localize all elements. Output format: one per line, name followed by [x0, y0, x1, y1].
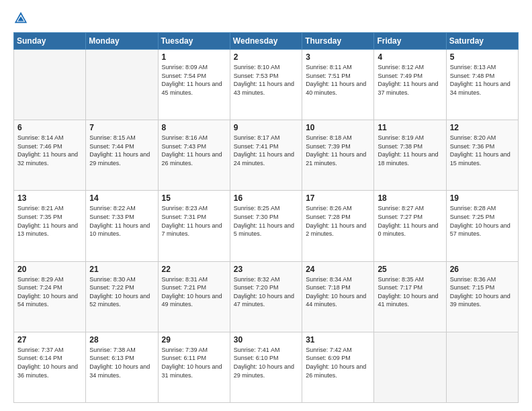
calendar-cell-21: 21Sunrise: 8:30 AMSunset: 7:22 PMDayligh…: [86, 261, 158, 332]
day-number: 20: [17, 265, 82, 274]
calendar-cell-empty: [86, 50, 158, 120]
calendar-header-thursday: Thursday: [302, 33, 374, 50]
calendar-cell-7: 7Sunrise: 8:15 AMSunset: 7:44 PMDaylight…: [86, 120, 158, 191]
calendar-cell-10: 10Sunrise: 8:18 AMSunset: 7:39 PMDayligh…: [302, 120, 374, 191]
day-number: 19: [450, 193, 515, 203]
calendar-cell-28: 28Sunrise: 7:38 AMSunset: 6:13 PMDayligh…: [86, 332, 158, 402]
calendar-cell-13: 13Sunrise: 8:21 AMSunset: 7:35 PMDayligh…: [14, 191, 86, 261]
calendar-cell-8: 8Sunrise: 8:16 AMSunset: 7:43 PMDaylight…: [158, 120, 230, 191]
calendar-cell-empty: [14, 50, 86, 120]
day-number: 11: [378, 123, 442, 132]
day-info: Sunrise: 8:09 AMSunset: 7:54 PMDaylight:…: [162, 63, 226, 97]
day-number: 31: [306, 335, 370, 345]
day-info: Sunrise: 8:29 AMSunset: 7:24 PMDaylight:…: [17, 275, 82, 309]
day-number: 22: [162, 265, 226, 274]
calendar-week-4: 20Sunrise: 8:29 AMSunset: 7:24 PMDayligh…: [14, 261, 519, 332]
calendar-header-friday: Friday: [374, 33, 446, 50]
calendar-cell-27: 27Sunrise: 7:37 AMSunset: 6:14 PMDayligh…: [14, 332, 86, 402]
day-info: Sunrise: 8:22 AMSunset: 7:33 PMDaylight:…: [89, 204, 154, 238]
day-number: 12: [450, 123, 515, 132]
calendar-cell-31: 31Sunrise: 7:42 AMSunset: 6:09 PMDayligh…: [302, 332, 374, 402]
day-info: Sunrise: 8:19 AMSunset: 7:38 PMDaylight:…: [378, 134, 442, 167]
day-number: 6: [17, 123, 82, 132]
calendar-cell-15: 15Sunrise: 8:23 AMSunset: 7:31 PMDayligh…: [158, 191, 230, 261]
day-number: 21: [89, 265, 154, 274]
day-info: Sunrise: 8:11 AMSunset: 7:51 PMDaylight:…: [306, 63, 370, 97]
day-info: Sunrise: 8:25 AMSunset: 7:30 PMDaylight:…: [234, 204, 298, 238]
day-number: 23: [234, 265, 298, 274]
calendar-cell-23: 23Sunrise: 8:32 AMSunset: 7:20 PMDayligh…: [230, 261, 302, 332]
calendar-cell-14: 14Sunrise: 8:22 AMSunset: 7:33 PMDayligh…: [86, 191, 158, 261]
day-info: Sunrise: 8:16 AMSunset: 7:43 PMDaylight:…: [162, 134, 226, 167]
day-number: 28: [89, 335, 154, 345]
day-info: Sunrise: 7:37 AMSunset: 6:14 PMDaylight:…: [17, 346, 82, 379]
calendar-cell-4: 4Sunrise: 8:12 AMSunset: 7:49 PMDaylight…: [374, 50, 446, 120]
day-info: Sunrise: 8:36 AMSunset: 7:15 PMDaylight:…: [450, 275, 515, 309]
day-info: Sunrise: 8:30 AMSunset: 7:22 PMDaylight:…: [89, 275, 154, 309]
day-info: Sunrise: 8:12 AMSunset: 7:49 PMDaylight:…: [378, 63, 442, 97]
calendar-header-monday: Monday: [86, 33, 158, 50]
day-number: 15: [162, 193, 226, 203]
day-info: Sunrise: 8:23 AMSunset: 7:31 PMDaylight:…: [162, 204, 226, 238]
day-info: Sunrise: 8:34 AMSunset: 7:18 PMDaylight:…: [306, 275, 370, 309]
day-info: Sunrise: 8:15 AMSunset: 7:44 PMDaylight:…: [89, 134, 154, 167]
day-number: 10: [306, 123, 370, 132]
calendar-table: SundayMondayTuesdayWednesdayThursdayFrid…: [13, 32, 519, 403]
day-number: 3: [306, 52, 370, 62]
logo-icon: [13, 11, 28, 26]
day-info: Sunrise: 8:28 AMSunset: 7:25 PMDaylight:…: [450, 204, 515, 238]
calendar-cell-20: 20Sunrise: 8:29 AMSunset: 7:24 PMDayligh…: [14, 261, 86, 332]
calendar-cell-30: 30Sunrise: 7:41 AMSunset: 6:10 PMDayligh…: [230, 332, 302, 402]
calendar-week-3: 13Sunrise: 8:21 AMSunset: 7:35 PMDayligh…: [14, 191, 519, 261]
calendar-cell-11: 11Sunrise: 8:19 AMSunset: 7:38 PMDayligh…: [374, 120, 446, 191]
calendar-cell-24: 24Sunrise: 8:34 AMSunset: 7:18 PMDayligh…: [302, 261, 374, 332]
day-info: Sunrise: 8:26 AMSunset: 7:28 PMDaylight:…: [306, 204, 370, 238]
day-number: 14: [89, 193, 154, 203]
calendar-cell-22: 22Sunrise: 8:31 AMSunset: 7:21 PMDayligh…: [158, 261, 230, 332]
logo: [13, 11, 31, 26]
page: SundayMondayTuesdayWednesdayThursdayFrid…: [0, 0, 532, 411]
day-number: 9: [234, 123, 298, 132]
day-number: 5: [450, 52, 515, 62]
day-number: 26: [450, 265, 515, 274]
calendar-cell-12: 12Sunrise: 8:20 AMSunset: 7:36 PMDayligh…: [446, 120, 518, 191]
calendar-header-tuesday: Tuesday: [158, 33, 230, 50]
calendar-cell-17: 17Sunrise: 8:26 AMSunset: 7:28 PMDayligh…: [302, 191, 374, 261]
calendar-cell-empty: [374, 332, 446, 402]
calendar-cell-2: 2Sunrise: 8:10 AMSunset: 7:53 PMDaylight…: [230, 50, 302, 120]
day-number: 17: [306, 193, 370, 203]
calendar-cell-6: 6Sunrise: 8:14 AMSunset: 7:46 PMDaylight…: [14, 120, 86, 191]
day-info: Sunrise: 7:42 AMSunset: 6:09 PMDaylight:…: [306, 346, 370, 379]
calendar-cell-16: 16Sunrise: 8:25 AMSunset: 7:30 PMDayligh…: [230, 191, 302, 261]
day-info: Sunrise: 7:39 AMSunset: 6:11 PMDaylight:…: [162, 346, 226, 379]
header: [13, 11, 519, 26]
calendar-cell-9: 9Sunrise: 8:17 AMSunset: 7:41 PMDaylight…: [230, 120, 302, 191]
calendar-cell-26: 26Sunrise: 8:36 AMSunset: 7:15 PMDayligh…: [446, 261, 518, 332]
day-number: 29: [162, 335, 226, 345]
day-info: Sunrise: 8:17 AMSunset: 7:41 PMDaylight:…: [234, 134, 298, 167]
calendar-cell-empty: [446, 332, 518, 402]
day-number: 24: [306, 265, 370, 274]
calendar-header-sunday: Sunday: [14, 33, 86, 50]
day-number: 4: [378, 52, 442, 62]
calendar-week-5: 27Sunrise: 7:37 AMSunset: 6:14 PMDayligh…: [14, 332, 519, 402]
day-info: Sunrise: 8:31 AMSunset: 7:21 PMDaylight:…: [162, 275, 226, 309]
day-number: 27: [17, 335, 82, 345]
calendar-header-row: SundayMondayTuesdayWednesdayThursdayFrid…: [14, 33, 519, 50]
day-number: 16: [234, 193, 298, 203]
calendar-cell-29: 29Sunrise: 7:39 AMSunset: 6:11 PMDayligh…: [158, 332, 230, 402]
calendar-header-wednesday: Wednesday: [230, 33, 302, 50]
day-info: Sunrise: 8:21 AMSunset: 7:35 PMDaylight:…: [17, 204, 82, 238]
calendar-cell-5: 5Sunrise: 8:13 AMSunset: 7:48 PMDaylight…: [446, 50, 518, 120]
day-number: 25: [378, 265, 442, 274]
day-number: 2: [234, 52, 298, 62]
day-number: 7: [89, 123, 154, 132]
calendar-cell-3: 3Sunrise: 8:11 AMSunset: 7:51 PMDaylight…: [302, 50, 374, 120]
day-info: Sunrise: 8:35 AMSunset: 7:17 PMDaylight:…: [378, 275, 442, 309]
calendar-cell-25: 25Sunrise: 8:35 AMSunset: 7:17 PMDayligh…: [374, 261, 446, 332]
calendar-cell-1: 1Sunrise: 8:09 AMSunset: 7:54 PMDaylight…: [158, 50, 230, 120]
day-info: Sunrise: 8:14 AMSunset: 7:46 PMDaylight:…: [17, 134, 82, 167]
day-info: Sunrise: 7:41 AMSunset: 6:10 PMDaylight:…: [234, 346, 298, 379]
day-info: Sunrise: 8:18 AMSunset: 7:39 PMDaylight:…: [306, 134, 370, 167]
calendar-week-2: 6Sunrise: 8:14 AMSunset: 7:46 PMDaylight…: [14, 120, 519, 191]
